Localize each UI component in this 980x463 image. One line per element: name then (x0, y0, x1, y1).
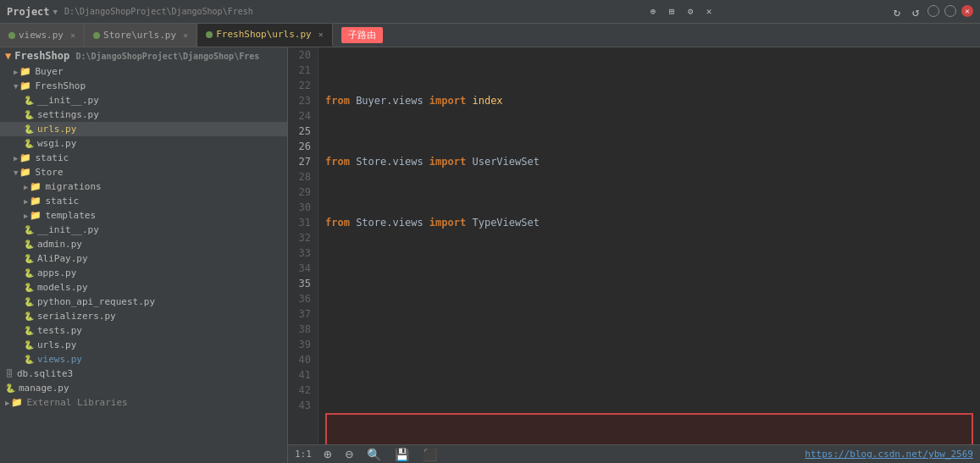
ext-libs-arrow: ▶ (5, 399, 9, 407)
templates-arrow: ▶ (24, 212, 28, 220)
code-content[interactable]: from Buyer.views import index from Store… (318, 47, 980, 444)
title-bar-icons: ⊕ ⊞ ⚙ ✕ ↻ ↺ ✕ (646, 5, 980, 19)
store-arrow: ▼ (14, 168, 18, 177)
db-icon: 🗄 (5, 369, 14, 378)
sidebar-item-python-api[interactable]: 🐍 python_api_request.py (0, 295, 287, 309)
save-icon[interactable]: 💾 (395, 448, 409, 461)
status-url[interactable]: https://blog.csdn.net/ybw_2569 (805, 449, 973, 460)
sidebar-item-store[interactable]: ▼ 📁 Store (0, 165, 287, 179)
main-content: ▼ FreshShop D:\DjangoShopProject\DjangoS… (0, 47, 980, 463)
init-fresh-icon: 🐍 (24, 96, 34, 105)
sidebar-item-buyer[interactable]: ▶ 📁 Buyer (0, 64, 287, 79)
sidebar-item-admin[interactable]: 🐍 admin.py (0, 237, 287, 251)
alipay-icon: 🐍 (24, 254, 34, 263)
freshshop-label: FreshShop (35, 80, 86, 91)
freshshop-arrow: ▼ (14, 82, 18, 91)
zoom-out-icon[interactable]: ⊖ (346, 446, 354, 462)
sidebar-item-tests[interactable]: 🐍 tests.py (0, 323, 287, 338)
views-store-label: views.py (37, 354, 82, 365)
ext-libs-icon: 📁 (11, 397, 23, 408)
settings-label: settings.py (37, 109, 99, 120)
maximize-icon[interactable] (944, 5, 956, 17)
code-line-22: from Store.views import TypeViewSet (325, 215, 973, 230)
buyer-folder-icon: 📁 (19, 66, 31, 77)
add-folder-icon[interactable]: ⊞ (665, 5, 678, 19)
admin-label: admin.py (37, 239, 82, 250)
code-area[interactable]: 20 21 22 23 24 25 26 27 28 29 30 31 32 3… (288, 47, 980, 444)
window-close-icon[interactable]: ✕ (961, 5, 973, 17)
tab-views-close[interactable]: ✕ (70, 30, 75, 40)
zoom-in-icon[interactable]: ⊕ (324, 446, 332, 462)
db-label: db.sqlite3 (17, 368, 73, 379)
static2-label: static (45, 196, 79, 207)
sidebar-item-apps[interactable]: 🐍 apps.py (0, 266, 287, 280)
freshshop-folder-icon: 📁 (19, 80, 31, 91)
sidebar-item-wsgi[interactable]: 🐍 wsgi.py (0, 136, 287, 151)
wsgi-label: wsgi.py (37, 138, 76, 149)
tab-views[interactable]: views.py ✕ (0, 24, 85, 47)
project-root-icon: ▼ (5, 50, 11, 62)
tab-fresh-close[interactable]: ✕ (318, 30, 324, 39)
python-api-label: python_api_request.py (37, 296, 155, 307)
urls-store-icon: 🐍 (24, 340, 34, 350)
editor-content: 20 21 22 23 24 25 26 27 28 29 30 31 32 3… (288, 47, 980, 444)
sidebar-item-settings[interactable]: 🐍 settings.py (0, 107, 287, 122)
settings-icon[interactable]: ⚙ (684, 5, 697, 19)
tab-views-label: views.py (19, 30, 64, 41)
sidebar-item-static2[interactable]: ▶ 📁 static (0, 194, 287, 208)
tab-store-close[interactable]: ✕ (183, 30, 188, 40)
init-store-label: __init__.py (37, 224, 99, 235)
sidebar-item-ext-libs[interactable]: ▶ 📁 External Libraries (0, 395, 287, 410)
project-label: Project (7, 6, 50, 18)
urls-fresh-label: urls.py (37, 124, 76, 135)
tab-fresh-label: FreshShop\urls.py (216, 29, 312, 40)
serializers-icon: 🐍 (24, 311, 34, 321)
templates-label: templates (45, 210, 96, 221)
code-line-20: from Buyer.views import index (325, 93, 973, 108)
sidebar-item-urls-fresh[interactable]: 🐍 urls.py (0, 122, 287, 136)
buyer-label: Buyer (35, 66, 63, 77)
models-label: models.py (37, 282, 88, 293)
alipay-label: AliPay.py (37, 253, 88, 264)
tab-fresh-urls[interactable]: FreshShop\urls.py ✕ (197, 24, 333, 47)
static2-arrow: ▶ (24, 197, 28, 206)
sidebar-item-alipay[interactable]: 🐍 AliPay.py (0, 251, 287, 266)
editor: 20 21 22 23 24 25 26 27 28 29 30 31 32 3… (288, 47, 980, 463)
sidebar-item-init-store[interactable]: 🐍 __init__.py (0, 223, 287, 237)
sidebar-item-manage[interactable]: 🐍 manage.py (0, 381, 287, 395)
sidebar-item-static[interactable]: ▶ 📁 static (0, 151, 287, 165)
sidebar-item-init-fresh[interactable]: 🐍 __init__.py (0, 93, 287, 107)
models-icon: 🐍 (24, 283, 34, 292)
admin-icon: 🐍 (24, 240, 34, 249)
cursor-position: 1:1 (295, 449, 312, 460)
sidebar-item-models[interactable]: 🐍 models.py (0, 280, 287, 295)
store-label: Store (35, 167, 63, 178)
red-box-top: router = routers.DefaultRouter() #声明一个默认… (325, 413, 973, 444)
search-icon[interactable]: 🔍 (367, 448, 381, 461)
sidebar-item-db[interactable]: 🗄 db.sqlite3 (0, 367, 287, 381)
urls-store-label: urls.py (37, 339, 76, 350)
export-icon[interactable]: ⬛ (423, 448, 437, 461)
sidebar-item-templates[interactable]: ▶ 📁 templates (0, 208, 287, 223)
minimize-icon[interactable] (927, 5, 939, 17)
manage-label: manage.py (19, 383, 69, 394)
sidebar-item-migrations[interactable]: ▶ 📁 migrations (0, 179, 287, 194)
status-bar: 1:1 ⊕ ⊖ 🔍 💾 ⬛ https://blog.csdn.net/ybw_… (288, 444, 980, 463)
store-folder-icon: 📁 (19, 167, 31, 178)
tab-spacer (391, 24, 980, 47)
sidebar-item-urls-store[interactable]: 🐍 urls.py (0, 338, 287, 352)
tests-icon: 🐍 (24, 326, 34, 335)
sidebar-item-freshshop[interactable]: ▼ 📁 FreshShop (0, 79, 287, 93)
add-file-icon[interactable]: ⊕ (646, 5, 660, 19)
tab-store-dot (93, 32, 100, 39)
tab-store-urls[interactable]: Store\urls.py ✕ (85, 24, 197, 47)
tab-fresh-dot (206, 31, 213, 38)
back-icon[interactable]: ↻ (890, 5, 904, 19)
close-sidebar-icon[interactable]: ✕ (702, 5, 716, 19)
forward-icon[interactable]: ↺ (909, 5, 922, 19)
tab-views-dot (8, 32, 15, 39)
sidebar-item-views-store[interactable]: 🐍 views.py (0, 352, 287, 367)
sidebar-item-serializers[interactable]: 🐍 serializers.py (0, 309, 287, 323)
title-bar-left: Project ▼ D:\DjangoShopProject\DjangoSho… (0, 6, 288, 18)
tests-label: tests.py (37, 325, 82, 336)
